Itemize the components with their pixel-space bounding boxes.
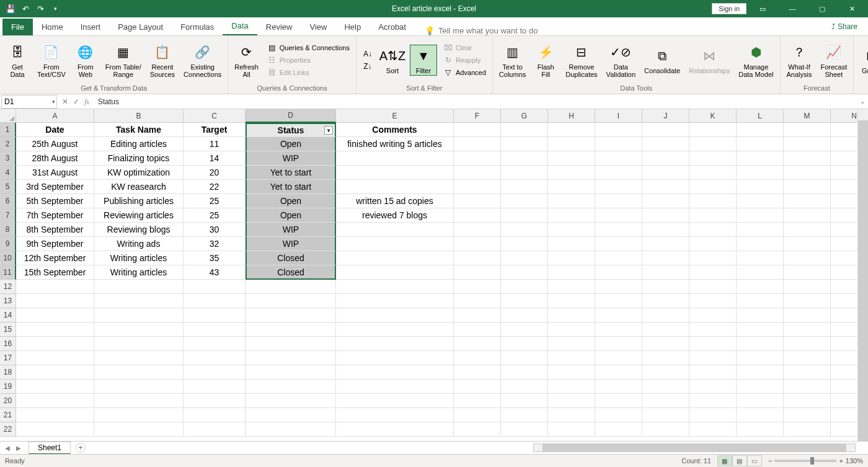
cell-K21[interactable] [689,408,737,422]
filter-button[interactable]: ▼Filter [410,45,437,76]
ribbon-display-icon[interactable]: ▭ [749,0,776,17]
cell-L7[interactable] [737,208,784,223]
cell-K15[interactable] [689,322,737,337]
cell-B20[interactable] [94,394,184,408]
cell-G2[interactable] [501,137,548,151]
cell-K2[interactable] [689,137,737,151]
cell-A11[interactable]: 15th September [16,265,94,280]
remove-duplicates-button[interactable]: ⊟Remove Duplicates [563,41,600,79]
horizontal-scrollbar[interactable] [533,443,856,452]
cell-E21[interactable] [336,408,454,422]
tab-review[interactable]: Review [257,19,301,35]
cell-M11[interactable] [784,265,831,280]
row-header-2[interactable]: 2 [0,137,16,151]
name-box[interactable]: D1 ▾ [1,95,57,109]
enter-formula-icon[interactable]: ✓ [73,97,79,106]
cell-C1[interactable]: Target [184,123,246,137]
vertical-scrollbar[interactable] [857,109,868,455]
cell-E7[interactable]: reviewed 7 blogs [336,208,454,223]
cell-A12[interactable] [16,280,94,294]
cell-B18[interactable] [94,365,184,380]
cell-M14[interactable] [784,308,831,322]
cell-A14[interactable] [16,308,94,322]
undo-icon[interactable]: ↶ [20,3,31,14]
cell-J17[interactable] [642,351,689,365]
cell-M2[interactable] [784,137,831,151]
qat-dropdown-icon[interactable]: ▾ [50,3,61,14]
cell-H1[interactable] [548,123,595,137]
save-icon[interactable]: 💾 [5,3,16,14]
cell-C17[interactable] [184,351,246,365]
cell-G9[interactable] [501,237,548,251]
cell-J9[interactable] [642,237,689,251]
cell-D5[interactable]: Yet to start [246,180,336,194]
cell-I1[interactable] [595,123,642,137]
cell-G12[interactable] [501,280,548,294]
cell-G7[interactable] [501,208,548,223]
from-table-range-button[interactable]: ▦From Table/ Range [103,41,144,79]
cell-J12[interactable] [642,280,689,294]
cell-L9[interactable] [737,237,784,251]
cell-C21[interactable] [184,408,246,422]
cell-L21[interactable] [737,408,784,422]
cell-E20[interactable] [336,394,454,408]
relationships-button[interactable]: ⋈Relationships [686,45,732,76]
cell-J7[interactable] [642,208,689,223]
cell-C10[interactable]: 35 [184,251,246,265]
cell-D9[interactable]: WIP [246,237,336,251]
cell-C9[interactable]: 32 [184,237,246,251]
cell-B3[interactable]: Finalizing topics [94,151,184,166]
cell-F17[interactable] [454,351,501,365]
cell-G6[interactable] [501,194,548,208]
cell-E17[interactable] [336,351,454,365]
cell-H17[interactable] [548,351,595,365]
cell-F6[interactable] [454,194,501,208]
cell-D15[interactable] [246,322,336,337]
cell-B9[interactable]: Writing ads [94,237,184,251]
clear-button[interactable]: ⌧Clear [441,42,489,53]
formula-bar-expand-icon[interactable]: ⌄ [857,98,868,105]
tab-file[interactable]: File [2,19,33,35]
cell-L15[interactable] [737,322,784,337]
cell-M8[interactable] [784,223,831,237]
cell-J19[interactable] [642,380,689,394]
cell-I17[interactable] [595,351,642,365]
cell-J14[interactable] [642,308,689,322]
whatif-button[interactable]: ？What-If Analysis [784,41,815,79]
tab-formulas[interactable]: Formulas [172,19,223,35]
column-header-A[interactable]: A [16,109,94,123]
cell-L16[interactable] [737,337,784,351]
manage-data-model-button[interactable]: ⬢Manage Data Model [736,41,776,79]
sort-button[interactable]: A⇅ZSort [379,45,406,76]
cell-L1[interactable] [737,123,784,137]
recent-sources-button[interactable]: 📋Recent Sources [148,41,177,79]
cell-I8[interactable] [595,223,642,237]
cell-A16[interactable] [16,337,94,351]
cell-A19[interactable] [16,380,94,394]
cell-L12[interactable] [737,280,784,294]
cell-H4[interactable] [548,166,595,180]
normal-view-button[interactable]: ▦ [717,455,732,466]
row-header-5[interactable]: 5 [0,180,16,194]
cell-A20[interactable] [16,394,94,408]
cell-I20[interactable] [595,394,642,408]
cell-M13[interactable] [784,294,831,308]
zoom-slider-thumb[interactable] [810,457,814,465]
cell-D7[interactable]: Open [246,208,336,223]
tab-view[interactable]: View [301,19,335,35]
cell-D12[interactable] [246,280,336,294]
cell-D19[interactable] [246,380,336,394]
zoom-in-button[interactable]: + [839,457,843,465]
cell-B16[interactable] [94,337,184,351]
cell-C3[interactable]: 14 [184,151,246,166]
cell-K1[interactable] [689,123,737,137]
sign-in-button[interactable]: Sign in [712,3,746,14]
cell-H20[interactable] [548,394,595,408]
cell-K3[interactable] [689,151,737,166]
cell-C12[interactable] [184,280,246,294]
from-web-button[interactable]: 🌐From Web [72,41,99,79]
row-header-9[interactable]: 9 [0,237,16,251]
cell-A5[interactable]: 3rd September [16,180,94,194]
cell-A1[interactable]: Date [16,123,94,137]
cell-D20[interactable] [246,394,336,408]
